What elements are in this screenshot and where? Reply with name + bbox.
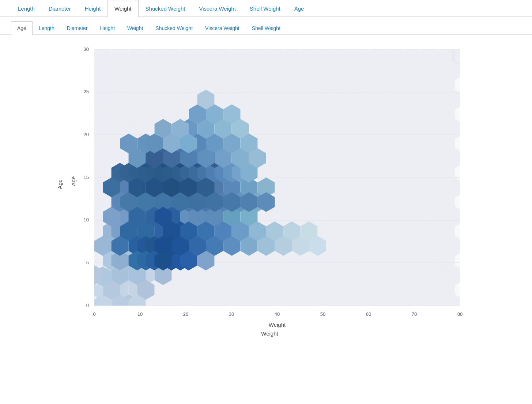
- svg-text:20: 20: [183, 311, 188, 317]
- top-tab-length[interactable]: Length: [11, 0, 42, 17]
- svg-text:40: 40: [274, 311, 279, 317]
- x-axis-label: Weight: [22, 330, 517, 337]
- svg-text:80: 80: [457, 311, 462, 317]
- sub-tab-diameter[interactable]: Diameter: [61, 21, 94, 35]
- sub-tab-bar: AgeLengthDiameterHeightWeightShucked Wei…: [0, 17, 532, 35]
- sub-tab-shell-weight[interactable]: Shell Weight: [246, 21, 287, 35]
- sub-tab-height[interactable]: Height: [94, 21, 121, 35]
- svg-text:25: 25: [83, 89, 88, 94]
- top-tab-viscera-weight[interactable]: Viscera Weight: [192, 0, 243, 17]
- svg-text:50: 50: [320, 311, 325, 317]
- top-tab-shucked-weight[interactable]: Shucked Weight: [139, 0, 192, 17]
- top-tab-height[interactable]: Height: [78, 0, 107, 17]
- chart-area: Age: [0, 35, 532, 351]
- svg-text:0: 0: [86, 303, 88, 308]
- sub-tab-shucked-weight[interactable]: Shucked Weight: [149, 21, 199, 35]
- top-tab-shell-weight[interactable]: Shell Weight: [243, 0, 287, 17]
- hexbin-chart: 0 5 10 15 20 25 30 0 10 20 30 40 50 60 7…: [69, 42, 471, 328]
- svg-text:0: 0: [93, 311, 95, 317]
- top-tab-diameter[interactable]: Diameter: [42, 0, 78, 17]
- svg-text:60: 60: [366, 311, 371, 317]
- top-tab-weight[interactable]: Weight: [107, 0, 138, 17]
- svg-text:30: 30: [229, 311, 234, 317]
- sub-tab-weight[interactable]: Weight: [121, 21, 149, 35]
- sub-tab-age[interactable]: Age: [11, 21, 33, 35]
- y-axis-label: Age: [56, 179, 63, 189]
- sub-tab-viscera-weight[interactable]: Viscera Weight: [199, 21, 246, 35]
- svg-text:20: 20: [83, 132, 88, 137]
- svg-text:10: 10: [137, 311, 142, 317]
- sub-tab-length[interactable]: Length: [33, 21, 61, 35]
- svg-text:70: 70: [411, 311, 416, 317]
- svg-text:15: 15: [83, 175, 88, 180]
- svg-text:5: 5: [86, 260, 88, 265]
- svg-marker-27: [69, 42, 77, 52]
- svg-text:30: 30: [83, 46, 88, 52]
- top-tab-age[interactable]: Age: [287, 0, 311, 17]
- svg-text:Age: Age: [70, 176, 76, 186]
- svg-text:10: 10: [83, 217, 88, 222]
- top-tab-bar: LengthDiameterHeightWeightShucked Weight…: [0, 0, 532, 17]
- svg-text:Weight: Weight: [268, 322, 286, 328]
- chart-container: Age: [69, 42, 471, 328]
